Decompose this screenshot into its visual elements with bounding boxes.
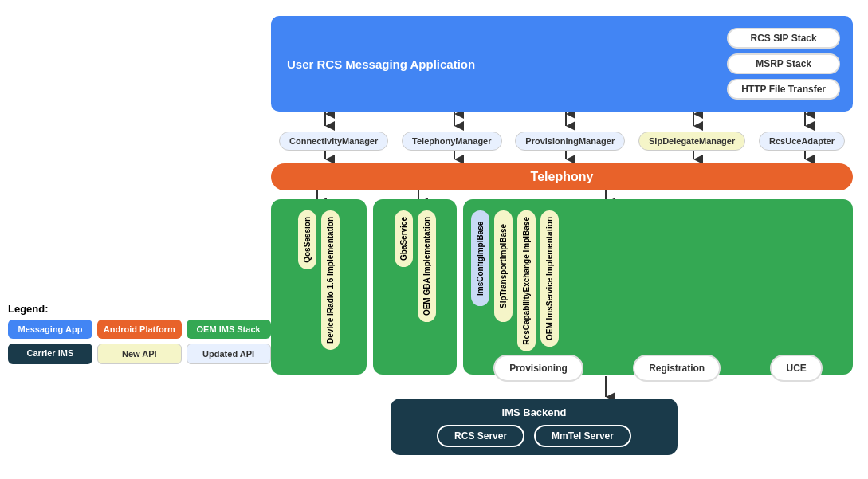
ims-config-pill: ImsConfigImplBase: [471, 210, 489, 306]
gba-service-pill: GbaService: [395, 210, 413, 267]
diagram-container: Legend: Messaging App Android Platform O…: [0, 0, 868, 479]
rcs-server-pill: RCS Server: [437, 425, 524, 447]
sip-transport-pill: SipTransportImplBase: [494, 210, 513, 322]
telephony-manager: TelephonyManager: [402, 132, 501, 151]
ims-backend: IMS Backend RCS Server MmTel Server: [391, 399, 678, 455]
user-rcs-label: User RCS Messaging Application: [287, 57, 727, 71]
white-bottom-row: Provisioning Registration UCE: [471, 355, 845, 382]
oem-stack-container: QosSession Device IRadio 1.6 Implementat…: [271, 199, 853, 375]
green-box-1: QosSession Device IRadio 1.6 Implementat…: [271, 199, 367, 375]
http-file-transfer: HTTP File Transfer: [727, 79, 840, 100]
green-box-2: GbaService OEM GBA Implementation: [373, 199, 457, 375]
legend-messaging-app: Messaging App: [8, 320, 92, 339]
msrp-stack: MSRP Stack: [727, 53, 840, 74]
legend-title: Legend:: [8, 303, 271, 315]
provisioning-manager: ProvisioningManager: [515, 132, 625, 151]
legend-oem-ims: OEM IMS Stack: [187, 320, 271, 339]
legend-updated-api: Updated API: [187, 344, 271, 364]
managers-row: ConnectivityManager TelephonyManager Pro…: [271, 132, 853, 151]
legend-grid: Messaging App Android Platform OEM IMS S…: [8, 320, 271, 364]
sip-delegate-manager: SipDelegateManager: [638, 132, 745, 151]
provisioning-pill: Provisioning: [493, 355, 583, 382]
legend-new-api: New API: [97, 344, 182, 364]
legend-carrier-ims: Carrier IMS: [8, 344, 92, 364]
registration-pill: Registration: [633, 355, 721, 382]
rcs-capability-pill: RcsCapabilityExchange ImplBase: [517, 210, 536, 351]
mmtel-server-pill: MmTel Server: [534, 425, 631, 447]
user-rcs-box: User RCS Messaging Application RCS SIP S…: [271, 16, 853, 112]
device-iradio-pill: Device IRadio 1.6 Implementation: [321, 210, 340, 350]
qos-session-pill: QosSession: [298, 210, 316, 269]
legend: Legend: Messaging App Android Platform O…: [8, 303, 271, 364]
ims-backend-pills: RCS Server MmTel Server: [437, 425, 631, 447]
telephony-bar: Telephony: [271, 163, 853, 190]
legend-android-platform: Android Platform: [97, 320, 182, 339]
oem-gba-pill: OEM GBA Implementation: [418, 210, 436, 322]
green-box-3: ImsConfigImplBase SipTransportImplBase R…: [463, 199, 853, 375]
main-area: User RCS Messaging Application RCS SIP S…: [271, 8, 853, 470]
ims-backend-label: IMS Backend: [502, 406, 567, 418]
uce-pill: UCE: [770, 355, 822, 382]
connectivity-manager: ConnectivityManager: [279, 132, 388, 151]
rcs-sip-stack: RCS SIP Stack: [727, 28, 840, 49]
oem-ims-service-pill: OEM ImsService Implementation: [540, 210, 559, 347]
rcs-uce-adapter: RcsUceAdapter: [759, 132, 845, 151]
rcs-stack-items: RCS SIP Stack MSRP Stack HTTP File Trans…: [727, 28, 840, 100]
telephony-label: Telephony: [531, 170, 594, 184]
